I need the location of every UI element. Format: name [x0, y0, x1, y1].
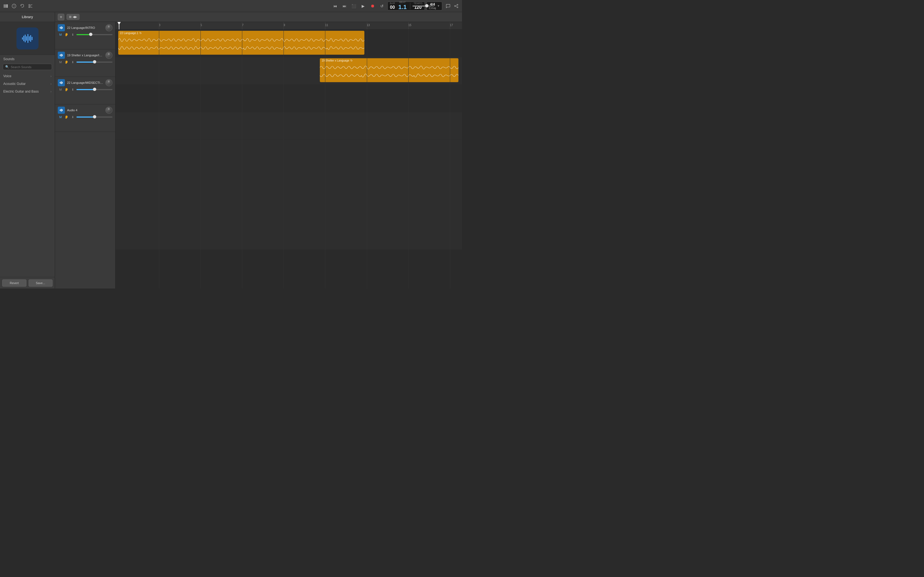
track-headers: 22 Language/INTRO M 👂 ⬇: [55, 22, 115, 288]
library-item-acoustic-guitar[interactable]: Acoustic Guitar ›: [0, 80, 55, 88]
svg-rect-26: [60, 27, 61, 29]
search-box[interactable]: 🔍: [3, 64, 52, 70]
tracks-area: + ⊞ ◀▶: [55, 12, 462, 288]
audio-region-1[interactable]: 22 Language.1 ↻: [118, 31, 364, 55]
region-label-2: 19 Shelter x Language ↻: [321, 59, 352, 62]
library-item-label: Acoustic Guitar: [3, 82, 26, 86]
track-knob-3[interactable]: [105, 79, 113, 86]
audio-icon-2: [59, 53, 63, 57]
track-name-row-3: 22 Language/MIDSECTION: [58, 79, 113, 86]
track-name-row-2: 19 Shelter x Language/INTRO: [58, 52, 113, 59]
svg-rect-0: [4, 4, 5, 8]
track-mute-icon-2[interactable]: M: [58, 60, 63, 64]
svg-rect-32: [62, 55, 63, 56]
track-knob-4[interactable]: [105, 106, 113, 114]
playhead[interactable]: [119, 22, 120, 29]
rewind-button[interactable]: ⏮: [331, 2, 339, 10]
audio-waveform-icon: [21, 32, 34, 45]
track-mute-icon-3[interactable]: M: [58, 87, 63, 92]
sidebar-footer: Revert Save...: [0, 277, 55, 288]
track-controls-row-1: M 👂 ⬇: [58, 32, 113, 37]
chevron-right-icon: ›: [51, 90, 52, 93]
track-header-4: Audio 4 M 👂 ⬇: [55, 105, 115, 132]
svg-rect-1: [5, 4, 6, 8]
track-name-4: Audio 4: [67, 108, 103, 112]
volume-thumb-1[interactable]: [89, 33, 92, 36]
svg-point-13: [455, 5, 456, 6]
volume-thumb-3[interactable]: [93, 88, 96, 91]
timeline-ruler[interactable]: 1 3 5 7 9 11 13 15 17: [115, 22, 462, 30]
smart-controls-button[interactable]: ⊞ ◀▶: [66, 14, 79, 20]
track-record-icon-4[interactable]: ⬇: [70, 115, 75, 119]
share2-icon[interactable]: [453, 3, 459, 9]
track-knob-1[interactable]: [105, 24, 113, 31]
save-button[interactable]: Save...: [29, 279, 53, 287]
svg-rect-19: [25, 35, 26, 42]
track-name-row-4: Audio 4: [58, 106, 113, 114]
svg-point-5: [29, 5, 30, 6]
waveform-svg-bottom-2: [320, 71, 459, 80]
track-volume-slider-3[interactable]: [76, 89, 113, 90]
track-mute-icon-4[interactable]: M: [58, 115, 63, 119]
svg-rect-31: [61, 54, 62, 56]
volume-thumb-2[interactable]: [93, 60, 96, 63]
waveform-top-1: [118, 36, 364, 44]
volume-track[interactable]: [412, 5, 435, 6]
track-record-icon-2[interactable]: ⬇: [70, 60, 75, 64]
waveform-top-2: [320, 63, 459, 72]
stop-button[interactable]: ⬛: [350, 2, 358, 10]
track-knob-2[interactable]: [105, 52, 113, 59]
svg-line-8: [30, 6, 32, 7]
record-button[interactable]: ⏺: [369, 2, 376, 10]
region-loop-icon-1: ↻: [139, 32, 142, 35]
track-headphone-icon-2[interactable]: 👂: [65, 60, 69, 64]
library-item-electric-guitar-bass[interactable]: Electric Guitar and Bass ›: [0, 88, 55, 95]
help-icon[interactable]: ?: [11, 3, 17, 9]
svg-rect-39: [61, 109, 62, 111]
track-headphone-icon-1[interactable]: 👂: [65, 32, 69, 37]
ruler-mark-13: 13: [367, 24, 370, 27]
undo-icon[interactable]: [19, 3, 25, 9]
track-headphone-icon-4[interactable]: 👂: [65, 115, 69, 119]
library-icon[interactable]: [3, 3, 9, 9]
timeline-area: 1 3 5 7 9 11 13 15 17: [115, 22, 462, 288]
play-button[interactable]: ▶: [359, 2, 367, 10]
volume-fill-3: [76, 89, 95, 90]
track-type-icon-4: [58, 106, 65, 114]
volume-thumb[interactable]: [425, 4, 428, 7]
key-display: Cmaj: [429, 6, 436, 10]
svg-rect-36: [62, 82, 63, 84]
track-volume-slider-4[interactable]: [76, 116, 113, 118]
volume-fill-2: [76, 61, 95, 63]
waveform-svg-top-1: [118, 36, 364, 44]
playhead-triangle: [118, 22, 121, 25]
track-volume-slider-1[interactable]: [76, 34, 113, 35]
library-icon-bg: [16, 27, 39, 50]
audio-region-2[interactable]: 19 Shelter x Language ↻: [320, 58, 459, 82]
scissors-icon[interactable]: [27, 3, 34, 9]
library-item-voice[interactable]: Voice ›: [0, 72, 55, 80]
cycle-button[interactable]: ↺: [378, 2, 386, 10]
add-track-button[interactable]: +: [58, 14, 65, 20]
svg-line-15: [456, 5, 457, 6]
ruler-line-17: [450, 22, 450, 29]
comment-icon[interactable]: [445, 3, 451, 9]
track-record-icon-1[interactable]: ⬇: [70, 32, 75, 37]
sounds-section-label: Sounds: [0, 55, 55, 63]
volume-thumb-4[interactable]: [93, 115, 96, 118]
svg-rect-17: [22, 37, 23, 40]
svg-rect-37: [60, 110, 60, 111]
main-toolbar: ? ⏮ ⏭ ⬛ ▶ ⏺ ↺ BAR 00 BEAT 1.1: [0, 0, 462, 12]
track-mute-icon-1[interactable]: M: [58, 32, 63, 37]
tracks-header-bar: + ⊞ ◀▶: [55, 12, 462, 22]
bar-value: 00: [390, 5, 395, 10]
search-input[interactable]: [11, 65, 50, 69]
svg-rect-34: [60, 82, 61, 84]
track-volume-slider-2[interactable]: [76, 61, 113, 63]
tempo-label: TEMPO: [414, 2, 422, 5]
fast-forward-button[interactable]: ⏭: [341, 2, 349, 10]
track-headphone-icon-3[interactable]: 👂: [65, 87, 69, 92]
smart-controls-icon: ⊞: [69, 15, 71, 19]
track-record-icon-3[interactable]: ⬇: [70, 87, 75, 92]
revert-button[interactable]: Revert: [2, 279, 26, 287]
